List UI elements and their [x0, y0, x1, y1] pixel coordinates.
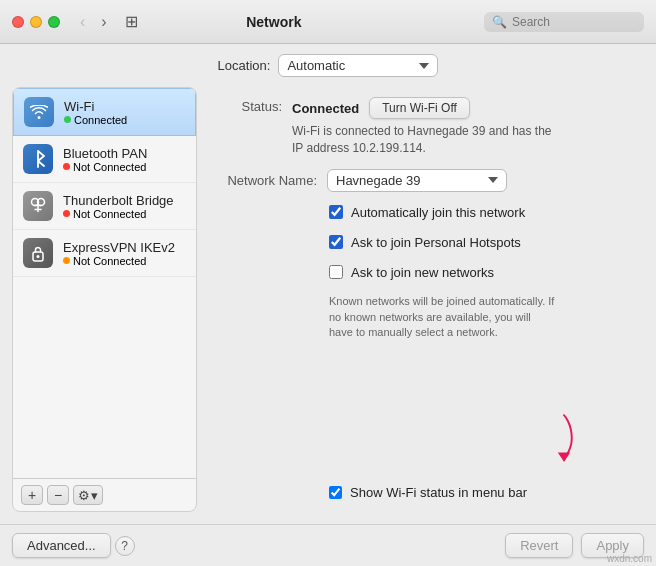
network-name-label: Network Name:: [217, 173, 317, 188]
traffic-lights: [12, 16, 60, 28]
location-select[interactable]: Automatic: [278, 54, 438, 77]
ask-new-row: Ask to join new networks: [217, 264, 624, 282]
auto-join-label: Automatically join this network: [351, 204, 525, 222]
bluetooth-name: Bluetooth PAN: [63, 146, 147, 161]
advanced-area: Advanced... ?: [12, 533, 135, 558]
vpn-item-text: ExpressVPN IKEv2 Not Connected: [63, 240, 175, 267]
sidebar-item-wifi[interactable]: Wi-Fi Connected: [13, 88, 196, 136]
revert-button[interactable]: Revert: [505, 533, 573, 558]
svg-point-3: [37, 255, 40, 258]
wifi-icon: [24, 97, 54, 127]
bluetooth-status: Not Connected: [63, 161, 147, 173]
ask-hotspot-checkbox[interactable]: [329, 235, 343, 249]
sidebar-item-thunderbolt[interactable]: Thunderbolt Bridge Not Connected: [13, 183, 196, 230]
thunderbolt-icon: [23, 191, 53, 221]
thunderbolt-item-text: Thunderbolt Bridge Not Connected: [63, 193, 174, 220]
right-panel: Status: Connected Turn Wi-Fi Off Wi-Fi i…: [197, 87, 644, 512]
bluetooth-status-dot: [63, 163, 70, 170]
help-button[interactable]: ?: [115, 536, 135, 556]
bluetooth-icon: [23, 144, 53, 174]
ask-hotspot-row: Ask to join Personal Hotspots: [217, 234, 624, 252]
show-wifi-status-label: Show Wi-Fi status in menu bar: [350, 484, 527, 502]
sidebar-list: Wi-Fi Connected Blue: [13, 88, 196, 478]
vpn-status: Not Connected: [63, 255, 175, 267]
wifi-name: Wi-Fi: [64, 99, 127, 114]
status-description: Wi-Fi is connected to Havnegade 39 and h…: [292, 123, 552, 157]
minimize-button[interactable]: [30, 16, 42, 28]
status-label: Status:: [217, 97, 282, 114]
location-bar: Location: Automatic: [0, 44, 656, 87]
bluetooth-status-text: Not Connected: [73, 161, 146, 173]
close-button[interactable]: [12, 16, 24, 28]
vpn-name: ExpressVPN IKEv2: [63, 240, 175, 255]
ask-new-label: Ask to join new networks: [351, 264, 494, 282]
wifi-item-text: Wi-Fi Connected: [64, 99, 127, 126]
wifi-status: Connected: [64, 114, 127, 126]
thunderbolt-name: Thunderbolt Bridge: [63, 193, 174, 208]
remove-network-button[interactable]: −: [47, 485, 69, 505]
thunderbolt-status-text: Not Connected: [73, 208, 146, 220]
auto-join-checkbox[interactable]: [329, 205, 343, 219]
location-label: Location:: [218, 58, 271, 73]
status-row: Status: Connected Turn Wi-Fi Off Wi-Fi i…: [217, 97, 624, 157]
network-name-row: Network Name: Havnegade 39: [217, 169, 624, 192]
wifi-status-dot: [64, 116, 71, 123]
search-input[interactable]: [512, 15, 636, 29]
advanced-button[interactable]: Advanced...: [12, 533, 111, 558]
status-line: Connected Turn Wi-Fi Off: [292, 97, 552, 119]
chevron-down-icon: ▾: [91, 488, 98, 503]
add-network-button[interactable]: +: [21, 485, 43, 505]
sidebar-item-bluetooth[interactable]: Bluetooth PAN Not Connected: [13, 136, 196, 183]
sidebar-item-vpn[interactable]: ExpressVPN IKEv2 Not Connected: [13, 230, 196, 277]
thunderbolt-status-dot: [63, 210, 70, 217]
ask-hotspot-label: Ask to join Personal Hotspots: [351, 234, 521, 252]
bluetooth-item-text: Bluetooth PAN Not Connected: [63, 146, 147, 173]
network-name-select[interactable]: Havnegade 39: [327, 169, 507, 192]
show-wifi-status-checkbox[interactable]: [329, 486, 342, 499]
auto-join-row: Automatically join this network: [217, 204, 624, 222]
sidebar-footer: + − ⚙ ▾: [13, 478, 196, 511]
sidebar: Wi-Fi Connected Blue: [12, 87, 197, 512]
watermark: wxdn.com: [607, 553, 652, 564]
thunderbolt-status: Not Connected: [63, 208, 174, 220]
wifi-status-text: Connected: [74, 114, 127, 126]
status-value: Connected: [292, 101, 359, 116]
vpn-status-text: Not Connected: [73, 255, 146, 267]
main-content: Location: Automatic: [0, 44, 656, 566]
network-options-button[interactable]: ⚙ ▾: [73, 485, 103, 505]
vpn-icon: [23, 238, 53, 268]
spacer: [217, 352, 624, 471]
search-icon: 🔍: [492, 15, 507, 29]
show-status-row: Show Wi-Fi status in menu bar: [217, 484, 624, 502]
vpn-status-dot: [63, 257, 70, 264]
gear-icon: ⚙: [78, 488, 90, 503]
titlebar: ‹ › ⊞ Network 🔍: [0, 0, 656, 44]
window-title: Network: [72, 14, 476, 30]
turn-wifi-off-button[interactable]: Turn Wi-Fi Off: [369, 97, 470, 119]
body-area: Wi-Fi Connected Blue: [0, 87, 656, 524]
search-box: 🔍: [484, 12, 644, 32]
ask-new-networks-checkbox[interactable]: [329, 265, 343, 279]
status-content: Connected Turn Wi-Fi Off Wi-Fi is connec…: [292, 97, 552, 157]
ask-new-description: Known networks will be joined automatica…: [217, 294, 557, 340]
maximize-button[interactable]: [48, 16, 60, 28]
bottom-buttons-bar: Advanced... ? Revert Apply: [0, 524, 656, 566]
